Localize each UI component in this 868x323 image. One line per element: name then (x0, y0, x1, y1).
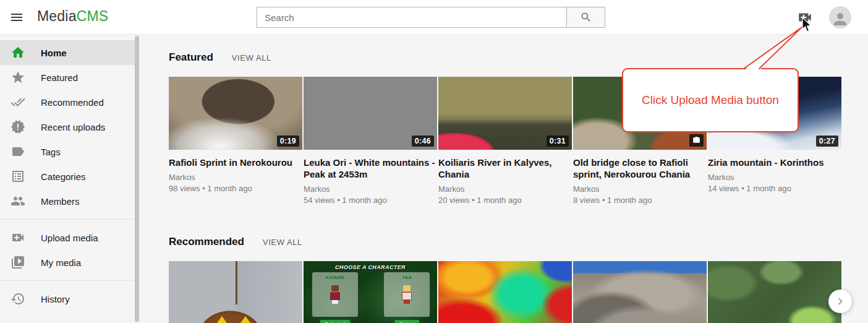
section-title-featured: Featured (169, 51, 213, 64)
game-heading: CHOOSE A CHARACTER (304, 264, 437, 270)
pumpkin-stem-decoration (236, 261, 237, 304)
sidebar-item-featured[interactable]: Featured (0, 65, 135, 90)
game-screen-overlay: CHOOSE A CHARACTER KWAME Selected YAA (304, 261, 437, 323)
duration-badge: 0:27 (816, 136, 838, 147)
video-thumbnail-rocky-mountain[interactable] (573, 261, 707, 323)
media-card[interactable] (573, 261, 707, 323)
person-icon (831, 10, 849, 28)
media-author[interactable]: Markos (708, 173, 841, 182)
media-author[interactable]: Markos (304, 184, 437, 194)
logo-cms: CMS (77, 8, 109, 24)
game-character-panel: KWAME Selected (312, 272, 358, 317)
people-icon (11, 194, 25, 209)
sidebar-scrollbar-track[interactable] (135, 35, 139, 323)
search-button[interactable] (566, 7, 605, 28)
game-character-name: KWAME (312, 275, 358, 280)
sidebar-label: Featured (41, 72, 78, 83)
video-thumbnail-fountain[interactable]: 0:19 (169, 77, 302, 150)
sidebar-label: Recommended (41, 97, 104, 108)
app-logo[interactable]: MediaCMS (37, 8, 108, 25)
recommended-section: Recommended VIEW ALL CHOOSE A CHARACTER … (169, 236, 868, 323)
sidebar-label: My media (41, 257, 81, 268)
star-icon (11, 70, 25, 85)
game-select-button: Select (394, 320, 419, 323)
image-type-badge (689, 134, 704, 147)
media-card[interactable] (708, 261, 841, 323)
game-character-panel: YAA Select (384, 272, 430, 317)
top-bar: MediaCMS (0, 0, 868, 35)
sidebar-divider (0, 219, 135, 220)
recommended-view-all-link[interactable]: VIEW ALL (263, 238, 302, 247)
sidebar-scrollbar-thumb[interactable] (135, 36, 139, 322)
sidebar-item-my-media[interactable]: My media (0, 250, 135, 275)
callout-pointer-tail (739, 22, 810, 72)
annotation-text: Click Upload Media button (642, 93, 779, 107)
section-title-recommended: Recommended (169, 236, 244, 248)
new-releases-icon (11, 119, 25, 134)
tag-icon (11, 144, 25, 159)
sidebar-label: Upload media (41, 233, 98, 243)
video-upload-icon (11, 230, 25, 245)
featured-view-all-link[interactable]: VIEW ALL (232, 53, 271, 62)
sidebar-label: History (41, 294, 70, 304)
sidebar-item-upload-media[interactable]: Upload media (0, 225, 135, 250)
carousel-next-button[interactable] (828, 290, 852, 313)
logo-media: Media (37, 8, 77, 24)
menu-icon[interactable] (9, 10, 24, 25)
video-library-icon (11, 255, 25, 270)
pumpkin-eye-decoration (240, 316, 250, 323)
sidebar-item-recent-uploads[interactable]: Recent uploads (0, 114, 135, 139)
search-icon (580, 11, 592, 24)
media-card[interactable] (169, 261, 302, 323)
sidebar-item-members[interactable]: Members (0, 189, 135, 213)
media-card[interactable]: 0:19 Rafioli Sprint in Nerokourou Markos… (169, 77, 302, 205)
sidebar-item-history[interactable]: History (0, 286, 135, 311)
done-all-icon (11, 95, 25, 110)
media-title[interactable]: Old bridge close to Rafioli sprint, Nero… (573, 157, 707, 180)
media-card[interactable]: CHOOSE A CHARACTER KWAME Selected YAA (304, 261, 437, 323)
search-input[interactable] (257, 7, 567, 28)
search-bar (257, 7, 605, 28)
duration-badge: 0:31 (547, 136, 569, 147)
game-selected-button: Selected (320, 320, 351, 323)
sidebar-label: Members (41, 196, 80, 207)
media-meta: 54 views • 1 month ago (304, 196, 437, 205)
video-thumbnail-pumpkin[interactable] (169, 261, 302, 323)
media-title[interactable]: Leuka Ori - White mountains - Peak at 24… (304, 157, 437, 180)
video-thumbnail-desert-mountains[interactable]: 0:46 (304, 77, 437, 150)
media-card[interactable]: 0:31 Koiliaris River in Kalyves, Chania … (438, 77, 572, 205)
camera-icon (692, 136, 700, 144)
video-thumbnail-game-character-select[interactable]: CHOOSE A CHARACTER KWAME Selected YAA (304, 261, 437, 323)
sidebar: Home Featured Recommended Recent uploads… (0, 35, 135, 323)
duration-badge: 0:46 (412, 136, 434, 147)
pumpkin-eye-decoration (217, 316, 227, 323)
media-author[interactable]: Markos (573, 184, 707, 194)
media-author[interactable]: Markos (169, 173, 302, 182)
media-title[interactable]: Koiliaris River in Kalyves, Chania (438, 157, 572, 180)
sidebar-item-home[interactable]: Home (0, 40, 135, 65)
game-character-sprite (330, 285, 341, 304)
video-thumbnail-green-leaves[interactable] (708, 261, 841, 323)
list-icon (11, 169, 25, 184)
media-meta: 14 views • 1 month ago (708, 184, 841, 193)
sidebar-item-categories[interactable]: Categories (0, 164, 135, 189)
media-meta: 20 views • 1 month ago (438, 196, 572, 205)
media-author[interactable]: Markos (438, 184, 572, 194)
chevron-right-icon (834, 295, 846, 308)
media-card[interactable] (438, 261, 572, 323)
media-title[interactable]: Ziria mountain - Korinthos (708, 157, 841, 168)
video-thumbnail-river-kayak[interactable]: 0:31 (438, 77, 572, 150)
sidebar-item-tags[interactable]: Tags (0, 139, 135, 164)
video-thumbnail-abstract-colors[interactable] (438, 261, 572, 323)
game-character-name: YAA (384, 275, 430, 280)
sidebar-item-recommended[interactable]: Recommended (0, 90, 135, 114)
history-icon (11, 291, 25, 306)
media-card[interactable]: 0:46 Leuka Ori - White mountains - Peak … (304, 77, 437, 205)
user-avatar[interactable] (829, 6, 851, 28)
duration-badge: 0:19 (277, 136, 299, 147)
media-title[interactable]: Rafioli Sprint in Nerokourou (169, 157, 302, 168)
media-meta: 98 views • 1 month ago (169, 184, 302, 193)
sidebar-label: Tags (41, 147, 61, 157)
game-character-sprite (401, 285, 412, 304)
mouse-cursor-icon (802, 17, 813, 33)
